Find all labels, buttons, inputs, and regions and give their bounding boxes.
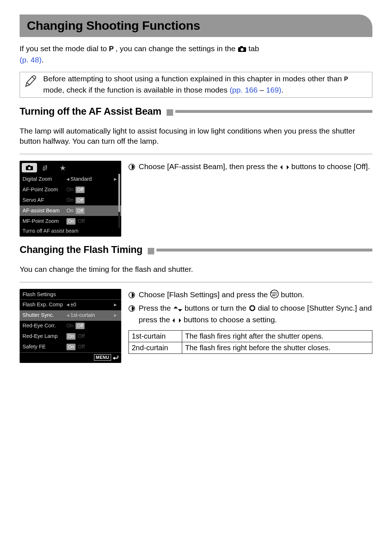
menu-row-value: On Off	[66, 343, 118, 351]
page-title: Changing Shooting Functions	[27, 17, 365, 34]
menu-row: AF-Point ZoomOn Off	[20, 184, 121, 195]
menu-row-label: Red-Eye Lamp	[23, 333, 64, 340]
table-cell-desc: The flash fires right after the shutter …	[182, 331, 372, 342]
menu-row-value: On Off	[66, 197, 118, 204]
svg-point-23	[250, 306, 250, 307]
menu-row: AF-assist BeamOn Off	[20, 205, 121, 216]
menu-row-label: Digital Zoom	[23, 176, 64, 183]
camera-tab-icon	[22, 163, 37, 172]
pencil-note-icon	[23, 74, 38, 89]
menu-row-label: Shutter Sync.	[23, 312, 64, 319]
svg-line-5	[27, 82, 29, 85]
table-cell-label: 1st-curtain	[129, 331, 182, 342]
svg-point-24	[254, 306, 254, 307]
menu-row: MF-Point ZoomOn Off	[20, 216, 121, 226]
note-text: Before attempting to shoot using a funct…	[43, 74, 368, 95]
section1-body: The lamp will automatically light to ass…	[20, 126, 372, 147]
heading-decoration	[148, 247, 372, 253]
table-cell-label: 2nd-curtain	[129, 342, 182, 354]
svg-point-9	[28, 167, 30, 169]
svg-point-26	[254, 310, 254, 311]
svg-rect-8	[28, 165, 30, 167]
camera-menu-screenshot-1: T Digital Zoom◀ Standard▶AF-Point ZoomOn…	[20, 161, 121, 237]
menu-row-value: On Off	[66, 333, 118, 340]
menu-back-label: MENU	[94, 354, 111, 361]
star-tab-icon	[55, 163, 70, 172]
menu-row-value: ◀ Standard	[66, 176, 112, 183]
svg-rect-2	[240, 46, 243, 48]
menu-row: Shutter Sync.◀ 1st-curtain▶	[20, 310, 121, 321]
section2-body: You can change the timing for the flash …	[20, 264, 372, 274]
svg-point-20	[252, 311, 253, 311]
table-row: 1st-curtainThe flash fires right after t…	[129, 331, 372, 342]
scrollbar	[118, 174, 120, 228]
intro-paragraph: If you set the mode dial to P, you can c…	[20, 44, 372, 65]
camera-tab-icon	[238, 45, 246, 55]
menu-row-label: MF-Point Zoom	[23, 218, 64, 225]
instruction-item: Choose [AF-assist Beam], then press the …	[128, 161, 372, 173]
menu-row-value: ◀ 1st-curtain	[66, 312, 112, 319]
table-row: 2nd-curtainThe flash fires right before …	[129, 342, 372, 354]
func-set-button-icon: FUNC.SET	[270, 290, 279, 301]
svg-point-21	[249, 308, 250, 309]
return-arrow-icon	[113, 355, 118, 360]
up-down-arrows-icon	[173, 304, 183, 314]
svg-point-22	[254, 308, 255, 309]
menu-row: Digital Zoom◀ Standard▶	[20, 174, 121, 184]
bullet-icon	[128, 304, 135, 311]
section-heading-af-assist: Turning off the AF Assist Beam	[20, 105, 372, 118]
menu-row: Safety FEOn Off	[20, 342, 121, 352]
p-mode-icon: P	[344, 75, 350, 85]
menu-status-text: Turns off AF assist beam	[20, 226, 121, 237]
instruction-item: Choose [Flash Settings] and press the FU…	[128, 290, 372, 301]
divider	[20, 154, 372, 154]
menu-tabbar: T	[20, 161, 121, 174]
menu-row-value: On Off	[66, 186, 118, 193]
bullet-icon	[128, 163, 135, 169]
menu-row-label: Red-Eye Corr.	[23, 322, 64, 330]
menu-row-label: Flash Exp. Comp	[23, 301, 64, 308]
tools-tab-icon: T	[38, 163, 54, 172]
divider	[20, 282, 372, 282]
svg-text:FUNC.: FUNC.	[271, 291, 278, 294]
camera-menu-screenshot-2: Flash Settings Flash Exp. Comp◀ ±0▶Shutt…	[20, 289, 121, 363]
page-ref-link[interactable]: (pp. 166	[230, 86, 258, 94]
menu-title: Flash Settings	[20, 289, 121, 299]
menu-back-row: MENU	[20, 353, 121, 363]
svg-text:SET: SET	[272, 294, 277, 297]
svg-text:T: T	[45, 166, 48, 170]
svg-point-25	[250, 310, 250, 311]
menu-row: Red-Eye Corr.On Off	[20, 321, 121, 331]
instruction-item: Press the buttons or turn the dial to ch…	[128, 303, 372, 326]
left-right-arrows-icon	[280, 163, 289, 173]
menu-row-label: AF-Point Zoom	[23, 186, 64, 193]
control-dial-icon	[249, 304, 256, 314]
svg-text:P: P	[344, 76, 348, 82]
page-ref-link[interactable]: (p. 48)	[20, 56, 42, 64]
bullet-icon	[128, 291, 135, 297]
menu-row: Red-Eye LampOn Off	[20, 331, 121, 342]
p-mode-icon: P	[109, 45, 115, 55]
menu-row: Flash Exp. Comp◀ ±0▶	[20, 300, 121, 310]
note-callout: Before attempting to shoot using a funct…	[20, 72, 372, 98]
heading-decoration	[167, 108, 372, 115]
flash-timing-table: 1st-curtainThe flash fires right after t…	[128, 330, 372, 354]
menu-row-label: AF-assist Beam	[23, 207, 64, 214]
page-ref-link[interactable]: 169)	[266, 86, 281, 94]
svg-line-4	[32, 77, 34, 79]
page-title-bar: Changing Shooting Functions	[20, 15, 372, 37]
menu-row-value: On Off	[66, 207, 118, 214]
menu-row-label: Servo AF	[23, 197, 64, 204]
menu-row-label: Safety FE	[23, 343, 64, 351]
menu-row: Servo AFOn Off	[20, 195, 121, 205]
menu-row-value: ◀ ±0	[66, 301, 112, 308]
svg-point-3	[241, 48, 244, 51]
svg-point-19	[252, 305, 253, 306]
left-right-arrows-icon	[172, 316, 181, 326]
menu-row-value: On Off	[66, 218, 118, 225]
svg-text:P: P	[109, 45, 114, 52]
table-cell-desc: The flash fires right before the shutter…	[182, 342, 372, 354]
menu-row-value: On Off	[66, 322, 118, 330]
section-heading-flash-timing: Changing the Flash Timing	[20, 243, 372, 256]
svg-point-18	[250, 306, 254, 310]
